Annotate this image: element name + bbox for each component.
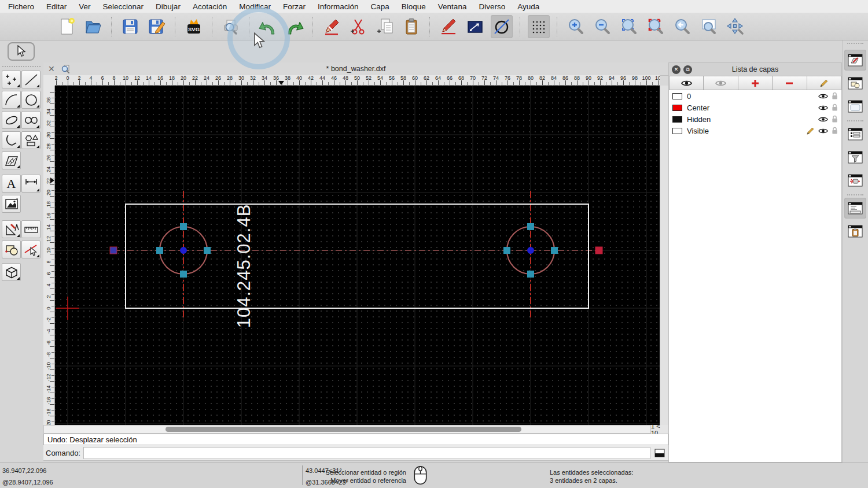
command-dock-toggle-button[interactable]	[653, 447, 666, 459]
menu-bloque[interactable]: Bloque	[402, 2, 426, 11]
layer-row[interactable]: Visible	[669, 125, 841, 136]
menu-forzar[interactable]: Forzar	[283, 2, 306, 11]
layer-panel-float-button[interactable]: ⧉	[683, 65, 692, 74]
layer-row[interactable]: 0	[669, 90, 841, 102]
zoom-auto-button[interactable]	[618, 15, 640, 38]
polyline-tool-button[interactable]	[2, 131, 21, 149]
select-entity-tool-button[interactable]	[21, 241, 41, 258]
new-drawing-button[interactable]	[56, 15, 78, 38]
save-button[interactable]	[119, 15, 141, 38]
export-svg-button[interactable]: SVG	[183, 15, 205, 38]
cut-button[interactable]	[347, 15, 369, 38]
layer-panel-close-button[interactable]: ✕	[672, 65, 681, 74]
vruler-label: -12	[43, 372, 54, 383]
menu-ver[interactable]: Ver	[79, 2, 90, 11]
menu-capa[interactable]: Capa	[371, 2, 389, 11]
layer-visibility-eye-icon[interactable]	[818, 105, 828, 111]
remove-layer-button[interactable]	[773, 76, 807, 90]
menu-ventana[interactable]: Ventana	[438, 2, 467, 11]
layer-visibility-eye-icon[interactable]	[818, 93, 828, 99]
layer-lock-icon[interactable]	[832, 92, 838, 100]
pencil-icon	[819, 79, 829, 88]
menu-seleccionar[interactable]: Seleccionar	[103, 2, 144, 11]
redo-button[interactable]	[284, 15, 306, 38]
layer-panel-title: Lista de capas	[669, 65, 841, 73]
print-preview-button[interactable]	[220, 15, 242, 38]
measure-tool-button[interactable]	[21, 220, 41, 238]
properties-button[interactable]	[464, 15, 486, 38]
arc-tool-button[interactable]	[2, 91, 21, 109]
pen-attributes-button[interactable]	[437, 15, 459, 38]
horizontal-scrollbar[interactable]	[43, 425, 651, 434]
menu-información[interactable]: Información	[318, 2, 359, 11]
modify-tool-button[interactable]	[2, 220, 21, 238]
edit-layer-button[interactable]	[807, 76, 841, 90]
menu-acotación[interactable]: Acotación	[193, 2, 227, 11]
menu-ayuda[interactable]: Ayuda	[517, 2, 539, 11]
hatch-icon	[4, 154, 19, 168]
circle-line-tool-button[interactable]	[491, 15, 513, 38]
line-tool-button[interactable]	[21, 71, 41, 88]
hruler-label: 46	[328, 75, 340, 81]
blocks-tool-button[interactable]	[2, 241, 21, 258]
ellipse-tool-button[interactable]	[2, 111, 21, 129]
redo-icon	[285, 17, 304, 36]
save-as-button[interactable]	[146, 15, 168, 38]
undo-button[interactable]	[257, 15, 279, 38]
menu-modificar[interactable]: Modificar	[239, 2, 271, 11]
menu-fichero[interactable]: Fichero	[8, 2, 34, 11]
dock-layer-list-button[interactable]	[844, 50, 866, 71]
dock-command-line-button[interactable]	[844, 198, 866, 219]
layer-visibility-eye-icon[interactable]	[818, 116, 828, 123]
drawing-canvas[interactable]: 104.245.02.4B	[55, 86, 660, 425]
select-tool-button[interactable]	[8, 42, 35, 61]
zoom-window-button[interactable]	[698, 15, 720, 38]
dock-entity-filter-button[interactable]	[844, 147, 866, 168]
dock-block-list-button[interactable]	[844, 73, 866, 94]
image-tool-button[interactable]	[2, 195, 21, 213]
hatch-tool-button[interactable]	[2, 151, 21, 169]
zoom-pan-button[interactable]	[724, 15, 746, 38]
menu-diverso[interactable]: Diverso	[479, 2, 505, 11]
layer-visibility-eye-icon[interactable]	[818, 128, 828, 134]
menu-editar[interactable]: Editar	[46, 2, 67, 11]
print-preview-icon	[222, 17, 240, 36]
text-tool-button[interactable]: A	[2, 175, 21, 193]
menu-dibujar[interactable]: Dibujar	[156, 2, 181, 11]
delete-selected-button[interactable]	[321, 15, 343, 38]
paste-button[interactable]	[400, 15, 422, 38]
layer-lock-icon[interactable]	[832, 127, 838, 135]
zoom-selected-button[interactable]	[645, 15, 667, 38]
dock-library-browser-button[interactable]	[844, 96, 866, 117]
dock-separator	[847, 120, 863, 121]
layer-lock-icon[interactable]	[832, 115, 838, 123]
snap-grid-button[interactable]	[528, 15, 550, 38]
copy-button[interactable]	[374, 15, 396, 38]
zoom-out-button[interactable]	[591, 15, 613, 38]
add-layer-button[interactable]	[738, 76, 773, 90]
dock-entity-list-button[interactable]	[844, 124, 866, 145]
dock-section-view-button[interactable]	[844, 170, 866, 191]
layer-lock-icon[interactable]	[832, 103, 838, 112]
circle-tool-button[interactable]	[21, 91, 41, 109]
show-all-layers-button[interactable]	[669, 76, 704, 90]
points-tool-button[interactable]	[2, 71, 21, 88]
dimension-tool-button[interactable]	[21, 175, 41, 193]
vruler-label: 10	[43, 245, 54, 256]
spline-tool-button[interactable]	[21, 111, 41, 129]
dock-clipboard-button[interactable]	[844, 221, 866, 242]
tab-close-button[interactable]: ✕	[48, 65, 55, 73]
hide-all-layers-button[interactable]	[704, 76, 738, 90]
layer-panel-titlebar: ✕ ⧉ Lista de capas	[669, 63, 841, 76]
command-input[interactable]	[83, 447, 650, 459]
zoom-in-button[interactable]	[565, 15, 587, 38]
open-drawing-button[interactable]	[82, 15, 104, 38]
horizontal-scrollbar-thumb[interactable]	[165, 427, 521, 432]
polygon-tool-button[interactable]	[21, 131, 41, 149]
absolute-coordinates: 36.9407,22.096	[2, 467, 53, 475]
layer-row[interactable]: Center	[669, 102, 841, 113]
solid-3d-tool-button[interactable]	[2, 263, 21, 281]
vertical-scrollbar[interactable]	[660, 86, 668, 425]
layer-row[interactable]: Hidden	[669, 113, 841, 125]
zoom-previous-button[interactable]	[671, 15, 693, 38]
